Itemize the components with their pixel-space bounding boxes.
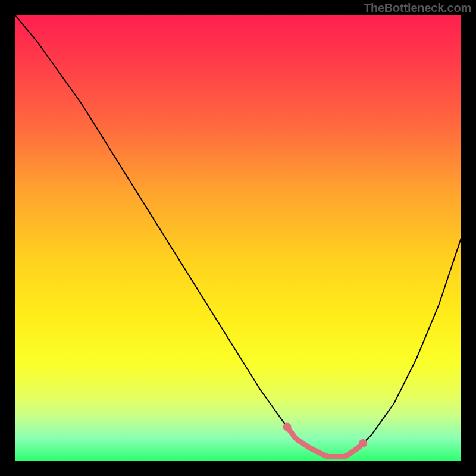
optimal-range-highlight bbox=[287, 427, 364, 457]
optimal-range-start-dot bbox=[283, 423, 292, 431]
bottleneck-curve bbox=[15, 15, 461, 457]
chart-container: TheBottleneck.com bbox=[0, 0, 476, 476]
plot-area bbox=[15, 15, 461, 461]
optimal-range-end-dot bbox=[359, 439, 367, 447]
curve-svg bbox=[15, 15, 461, 461]
attribution-text: TheBottleneck.com bbox=[364, 1, 471, 15]
